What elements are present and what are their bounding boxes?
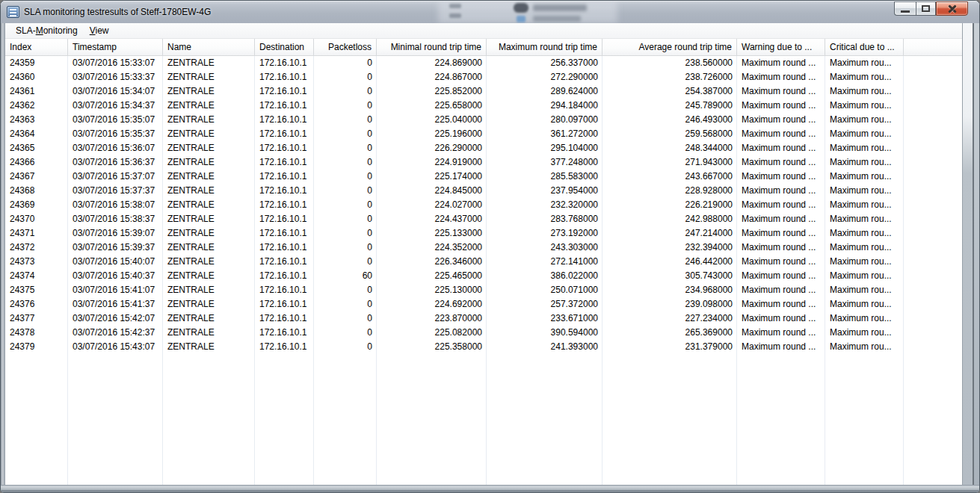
cell-destination: 172.16.10.1 xyxy=(255,127,314,141)
table-row[interactable]: 2436103/07/2016 15:34:07ZENTRALE172.16.1… xyxy=(5,84,962,99)
cell-max_rtt: 243.303000 xyxy=(487,241,603,255)
cell-packetloss: 0 xyxy=(314,326,377,340)
table-header: IndexTimestampNameDestinationPacketlossM… xyxy=(5,39,962,56)
table-row[interactable]: 2437903/07/2016 15:43:07ZENTRALE172.16.1… xyxy=(5,340,962,354)
cell-packetloss: 0 xyxy=(314,198,377,212)
cell-warning: Maximum round ... xyxy=(737,70,825,84)
cell-max_rtt: 233.671000 xyxy=(487,311,603,326)
cell-min_rtt: 226.290000 xyxy=(377,141,487,155)
cell-min_rtt: 224.352000 xyxy=(377,241,487,255)
cell-index: 24366 xyxy=(5,155,68,170)
cell-packetloss: 0 xyxy=(314,155,377,170)
menu-sla-monitoring[interactable]: SLA-Monitoring xyxy=(10,24,84,38)
cell-timestamp: 03/07/2016 15:34:37 xyxy=(68,99,163,113)
header-cell-index[interactable]: Index xyxy=(5,39,68,55)
cell-timestamp: 03/07/2016 15:33:37 xyxy=(68,70,163,84)
table-row[interactable]: 2435903/07/2016 15:33:07ZENTRALE172.16.1… xyxy=(5,56,962,70)
header-cell-warning[interactable]: Warning due to ... xyxy=(737,39,825,55)
cell-index: 24378 xyxy=(5,326,68,340)
header-cell-destination[interactable]: Destination xyxy=(255,39,314,55)
cell-warning: Maximum round ... xyxy=(737,340,825,354)
table-row[interactable]: 2436403/07/2016 15:35:37ZENTRALE172.16.1… xyxy=(5,127,962,141)
cell-warning: Maximum round ... xyxy=(737,297,825,311)
cell-index: 24365 xyxy=(5,141,68,155)
table-row[interactable]: 2436503/07/2016 15:36:07ZENTRALE172.16.1… xyxy=(5,141,962,155)
cell-packetloss: 0 xyxy=(314,184,377,198)
table-row[interactable]: 2436203/07/2016 15:34:37ZENTRALE172.16.1… xyxy=(5,99,962,113)
cell-max_rtt: 280.097000 xyxy=(487,113,603,127)
app-icon xyxy=(7,6,19,18)
table-row[interactable]: 2437103/07/2016 15:39:07ZENTRALE172.16.1… xyxy=(5,226,962,241)
table-row[interactable]: 2436803/07/2016 15:37:37ZENTRALE172.16.1… xyxy=(5,184,962,198)
cell-destination: 172.16.10.1 xyxy=(255,113,314,127)
table-row[interactable]: 2436903/07/2016 15:38:07ZENTRALE172.16.1… xyxy=(5,198,962,212)
cell-timestamp: 03/07/2016 15:43:07 xyxy=(68,340,163,354)
cell-name: ZENTRALE xyxy=(163,99,255,113)
cell-name: ZENTRALE xyxy=(163,184,255,198)
header-cell-name[interactable]: Name xyxy=(163,39,255,55)
minimize-button[interactable] xyxy=(894,1,916,16)
cell-avg_rtt: 228.928000 xyxy=(603,184,737,198)
table-row[interactable]: 2437403/07/2016 15:40:37ZENTRALE172.16.1… xyxy=(5,269,962,283)
header-cell-timestamp[interactable]: Timestamp xyxy=(68,39,163,55)
maximize-button[interactable] xyxy=(916,1,936,16)
cell-critical: Maximum rou... xyxy=(825,283,904,297)
cell-timestamp: 03/07/2016 15:41:37 xyxy=(68,297,163,311)
cell-name: ZENTRALE xyxy=(163,113,255,127)
cell-timestamp: 03/07/2016 15:37:07 xyxy=(68,170,163,184)
header-cell-packetloss[interactable]: Packetloss xyxy=(314,39,377,55)
table-row[interactable]: 2437703/07/2016 15:42:07ZENTRALE172.16.1… xyxy=(5,311,962,326)
titlebar[interactable]: SLA monitoring testresults of Steff-1780… xyxy=(1,1,979,23)
glass-artifact-text xyxy=(533,4,587,11)
table-row[interactable]: 2437303/07/2016 15:40:07ZENTRALE172.16.1… xyxy=(5,255,962,269)
cell-name: ZENTRALE xyxy=(163,283,255,297)
cell-critical: Maximum rou... xyxy=(825,141,904,155)
cell-name: ZENTRALE xyxy=(163,198,255,212)
header-cell-critical[interactable]: Critical due to ... xyxy=(825,39,904,55)
cell-critical: Maximum rou... xyxy=(825,184,904,198)
cell-index: 24367 xyxy=(5,170,68,184)
cell-index: 24375 xyxy=(5,283,68,297)
header-cell-avg_rtt[interactable]: Average round trip time xyxy=(603,39,737,55)
table-row[interactable]: 2436003/07/2016 15:33:37ZENTRALE172.16.1… xyxy=(5,70,962,84)
cell-destination: 172.16.10.1 xyxy=(255,70,314,84)
cell-timestamp: 03/07/2016 15:39:07 xyxy=(68,226,163,241)
cell-index: 24373 xyxy=(5,255,68,269)
cell-warning: Maximum round ... xyxy=(737,184,825,198)
cell-destination: 172.16.10.1 xyxy=(255,269,314,283)
cell-critical: Maximum rou... xyxy=(825,84,904,99)
table-row[interactable]: 2437003/07/2016 15:38:37ZENTRALE172.16.1… xyxy=(5,212,962,226)
cell-min_rtt: 225.082000 xyxy=(377,326,487,340)
cell-min_rtt: 225.852000 xyxy=(377,84,487,99)
cell-destination: 172.16.10.1 xyxy=(255,297,314,311)
cell-packetloss: 0 xyxy=(314,255,377,269)
cell-warning: Maximum round ... xyxy=(737,198,825,212)
cell-index: 24374 xyxy=(5,269,68,283)
menu-accelerator: V xyxy=(90,25,96,36)
table-row[interactable]: 2436303/07/2016 15:35:07ZENTRALE172.16.1… xyxy=(5,113,962,127)
close-button[interactable] xyxy=(936,1,968,16)
table-rows: 2435903/07/2016 15:33:07ZENTRALE172.16.1… xyxy=(5,56,962,485)
header-cell-min_rtt[interactable]: Minimal round trip time xyxy=(377,39,487,55)
menu-view[interactable]: View xyxy=(84,24,115,38)
cell-name: ZENTRALE xyxy=(163,340,255,354)
cell-packetloss: 0 xyxy=(314,56,377,70)
cell-destination: 172.16.10.1 xyxy=(255,255,314,269)
table-row[interactable]: 2437503/07/2016 15:41:07ZENTRALE172.16.1… xyxy=(5,283,962,297)
cell-avg_rtt: 247.214000 xyxy=(603,226,737,241)
cell-packetloss: 0 xyxy=(314,283,377,297)
table-row[interactable]: 2436603/07/2016 15:36:37ZENTRALE172.16.1… xyxy=(5,155,962,170)
cell-min_rtt: 224.437000 xyxy=(377,212,487,226)
table-row[interactable]: 2436703/07/2016 15:37:07ZENTRALE172.16.1… xyxy=(5,170,962,184)
cell-index: 24379 xyxy=(5,340,68,354)
cell-min_rtt: 223.870000 xyxy=(377,311,487,326)
cell-max_rtt: 272.290000 xyxy=(487,70,603,84)
cell-max_rtt: 289.624000 xyxy=(487,84,603,99)
cell-destination: 172.16.10.1 xyxy=(255,141,314,155)
header-cell-max_rtt[interactable]: Maximum round trip time xyxy=(487,39,603,55)
cell-critical: Maximum rou... xyxy=(825,56,904,70)
table-row[interactable]: 2437803/07/2016 15:42:37ZENTRALE172.16.1… xyxy=(5,326,962,340)
table-row[interactable]: 2437603/07/2016 15:41:37ZENTRALE172.16.1… xyxy=(5,297,962,311)
cell-timestamp: 03/07/2016 15:38:37 xyxy=(68,212,163,226)
table-row[interactable]: 2437203/07/2016 15:39:37ZENTRALE172.16.1… xyxy=(5,241,962,255)
